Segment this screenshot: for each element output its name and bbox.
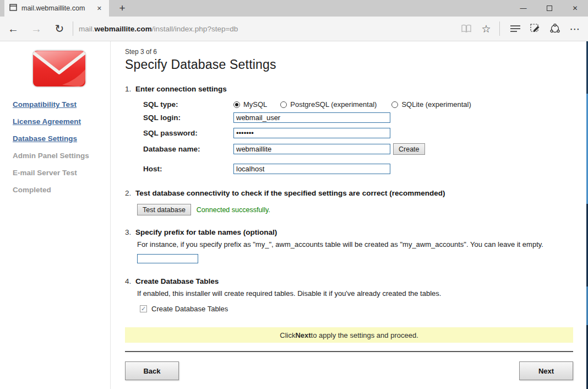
sidebar-item-license-agreement[interactable]: License Agreement [13, 117, 110, 126]
section-title: Test database connectivity to check if t… [135, 189, 445, 197]
database-name-label: Database name: [143, 145, 233, 153]
database-name-input[interactable] [233, 144, 390, 154]
url-subdomain: mail. [79, 25, 95, 33]
tab-title: mail.webmaillite.com [21, 4, 90, 12]
section-1-header: 1. Enter connection settings [125, 85, 573, 93]
favorites-star-icon[interactable]: ☆ [476, 19, 496, 39]
notice-text: Click [280, 331, 295, 339]
sql-password-label: SQL password: [143, 129, 233, 137]
back-wizard-button[interactable]: Back [125, 361, 179, 380]
radio-button-icon [391, 101, 398, 108]
page-title: Specify Database Settings [125, 57, 573, 72]
forward-button: → [26, 19, 46, 39]
radio-label: MySQL [243, 100, 267, 109]
sidebar-item-admin-panel-settings: Admin Panel Settings [13, 152, 110, 160]
section-number: 1. [125, 85, 135, 93]
back-button[interactable]: ← [3, 19, 23, 39]
section-title: Create Database Tables [135, 277, 219, 285]
create-tables-description: If enabled, this installer will create r… [137, 289, 573, 298]
section-4-header: 4. Create Database Tables [125, 277, 573, 285]
section-number: 3. [125, 228, 135, 236]
url-domain: webmaillite.com [95, 25, 152, 33]
connection-settings-form: SQL type: MySQL PostgreSQL (experimental… [137, 100, 573, 174]
radio-option-sqlite[interactable]: SQLite (experimental) [391, 100, 471, 109]
section-number: 2. [125, 189, 135, 197]
section-3-header: 3. Specify prefix for table names (optio… [125, 228, 573, 236]
reading-view-icon [456, 19, 476, 39]
checkbox-label: Create Database Tables [151, 305, 228, 313]
browser-window: mail.webmaillite.com ✕ + — ✕ ← → ↻ mail.… [0, 0, 588, 389]
wizard-buttons: Back Next [125, 361, 573, 380]
radio-button-icon [233, 101, 240, 108]
step-indicator: Step 3 of 6 [125, 48, 573, 56]
radio-button-icon [280, 101, 287, 108]
toolbar-actions: ☆ ⋯ [456, 19, 585, 39]
sql-password-input[interactable] [233, 128, 390, 138]
next-wizard-button[interactable]: Next [519, 361, 573, 380]
hub-icon[interactable] [505, 19, 525, 39]
create-tables-checkbox-row[interactable]: ✓ Create Database Tables [140, 305, 573, 313]
host-label: Host: [143, 165, 233, 173]
wizard-steps-nav: Compatibility Test License Agreement Dat… [0, 100, 110, 194]
create-database-button[interactable]: Create [393, 143, 425, 155]
url-path: /install/index.php?step=db [152, 25, 238, 33]
section-number: 4. [125, 277, 135, 285]
main-content: Step 3 of 6 Specify Database Settings 1.… [111, 41, 588, 389]
sidebar-item-compatibility-test[interactable]: Compatibility Test [13, 100, 110, 109]
page-content: Compatibility Test License Agreement Dat… [0, 41, 588, 389]
browser-toolbar: ← → ↻ mail.webmaillite.com/install/index… [0, 17, 588, 41]
sidebar-item-email-server-test: E-mail Server Test [13, 169, 110, 177]
close-button[interactable]: ✕ [562, 0, 588, 17]
maximize-icon [547, 6, 552, 11]
address-bar[interactable]: mail.webmaillite.com/install/index.php?s… [79, 25, 456, 33]
table-prefix-input[interactable] [137, 254, 198, 263]
radio-option-mysql[interactable]: MySQL [233, 100, 267, 109]
sql-login-input[interactable] [233, 112, 390, 123]
prefix-description: For instance, if you specify prefix as "… [137, 240, 573, 248]
notice-text: to apply the settings and proceed. [311, 331, 418, 339]
new-tab-button[interactable]: + [113, 0, 131, 17]
host-input[interactable] [233, 164, 390, 174]
next-step-notice: Click Next to apply the settings and pro… [125, 327, 573, 343]
section-title: Enter connection settings [135, 85, 227, 93]
sql-login-label: SQL login: [143, 114, 233, 122]
notice-bold-text: Next [295, 331, 311, 339]
maximize-button[interactable] [536, 0, 562, 17]
more-options-icon[interactable]: ⋯ [565, 19, 585, 39]
radio-label: PostgreSQL (experimental) [290, 100, 377, 109]
sidebar-item-database-settings[interactable]: Database Settings [13, 134, 110, 143]
sidebar-item-completed: Completed [13, 186, 110, 194]
section-2-header: 2. Test database connectivity to check i… [125, 189, 573, 197]
radio-label: SQLite (experimental) [401, 100, 471, 109]
radio-option-postgresql[interactable]: PostgreSQL (experimental) [280, 100, 377, 109]
footer-divider [125, 351, 573, 352]
test-database-button[interactable]: Test database [137, 204, 191, 215]
refresh-button[interactable]: ↻ [50, 19, 69, 39]
checkbox-icon[interactable]: ✓ [140, 305, 147, 312]
tab-close-icon[interactable]: ✕ [95, 4, 104, 13]
page-favicon-icon [9, 3, 17, 13]
connection-status-text: Connected successfully. [197, 206, 270, 214]
sql-type-radio-group: MySQL PostgreSQL (experimental) SQLite (… [233, 100, 471, 109]
sql-type-label: SQL type: [143, 100, 233, 109]
toolbar-divider [73, 21, 73, 36]
toolbar-divider [499, 21, 500, 36]
minimize-button[interactable]: — [510, 0, 536, 17]
window-controls: — ✕ [510, 0, 588, 17]
webmail-logo-icon [31, 48, 87, 89]
share-icon[interactable] [545, 19, 565, 39]
title-bar: mail.webmaillite.com ✕ + — ✕ [0, 0, 588, 17]
wizard-sidebar: Compatibility Test License Agreement Dat… [0, 41, 111, 389]
section-title: Specify prefix for table names (optional… [135, 228, 277, 236]
browser-tab[interactable]: mail.webmaillite.com ✕ [4, 0, 109, 17]
web-note-icon[interactable] [525, 19, 545, 39]
